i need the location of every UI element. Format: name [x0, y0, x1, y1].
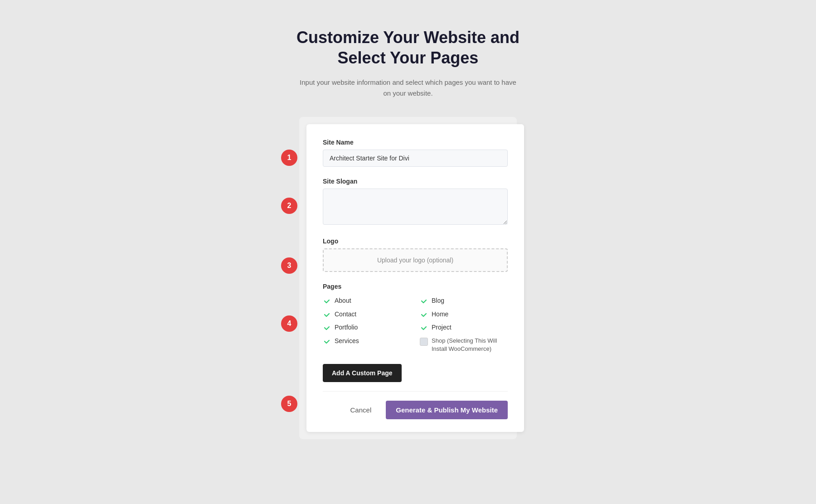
checkbox-shop[interactable]: [420, 338, 428, 346]
card-footer: Cancel Generate & Publish My Website: [323, 391, 508, 419]
page-label-contact: Contact: [335, 310, 356, 319]
site-name-input[interactable]: [323, 150, 508, 167]
logo-field-group: Logo Upload your logo (optional): [323, 237, 508, 272]
checkbox-project[interactable]: [420, 324, 428, 332]
page-item-blog[interactable]: Blog: [420, 296, 508, 305]
page-label-about: About: [335, 296, 351, 305]
logo-upload-area[interactable]: Upload your logo (optional): [323, 248, 508, 272]
step-5-badge: 5: [281, 396, 297, 412]
step-3-badge: 3: [281, 257, 297, 274]
step-4-badge: 4: [281, 315, 297, 332]
site-name-field-group: Site Name: [323, 139, 508, 167]
page-item-about[interactable]: About: [323, 296, 411, 305]
page-item-portfolio[interactable]: Portfolio: [323, 323, 411, 332]
pages-grid: About Blog: [323, 296, 508, 353]
step-1-badge: 1: [281, 150, 297, 166]
page-item-project[interactable]: Project: [420, 323, 508, 332]
page-label-portfolio: Portfolio: [335, 323, 358, 332]
checkbox-blog[interactable]: [420, 297, 428, 305]
pages-section: Pages About: [323, 283, 508, 353]
page-label-project: Project: [432, 323, 452, 332]
page-item-contact[interactable]: Contact: [323, 310, 411, 319]
logo-label: Logo: [323, 237, 508, 245]
page-header: Customize Your Website and Select Your P…: [296, 27, 520, 99]
checkbox-home[interactable]: [420, 310, 428, 319]
page-item-shop[interactable]: Shop (Selecting This Will Install WooCom…: [420, 337, 508, 353]
step-2-badge: 2: [281, 198, 297, 214]
add-custom-page-button[interactable]: Add A Custom Page: [323, 364, 402, 382]
page-label-home: Home: [432, 310, 448, 319]
checkbox-contact[interactable]: [323, 310, 331, 319]
checkbox-about[interactable]: [323, 297, 331, 305]
site-name-label: Site Name: [323, 139, 508, 146]
page-title: Customize Your Website and Select Your P…: [296, 27, 520, 68]
site-slogan-field-group: Site Slogan: [323, 178, 508, 227]
pages-label: Pages: [323, 283, 508, 290]
page-label-blog: Blog: [432, 296, 444, 305]
page-item-home[interactable]: Home: [420, 310, 508, 319]
generate-publish-button[interactable]: Generate & Publish My Website: [386, 401, 508, 419]
cancel-button[interactable]: Cancel: [343, 402, 379, 418]
site-slogan-input[interactable]: [323, 189, 508, 225]
page-item-services[interactable]: Services: [323, 337, 411, 353]
page-label-services: Services: [335, 337, 359, 346]
page-subtitle: Input your website information and selec…: [299, 77, 517, 99]
page-label-shop: Shop (Selecting This Will Install WooCom…: [432, 337, 508, 353]
checkbox-services[interactable]: [323, 337, 331, 345]
site-slogan-label: Site Slogan: [323, 178, 508, 185]
checkbox-portfolio[interactable]: [323, 324, 331, 332]
